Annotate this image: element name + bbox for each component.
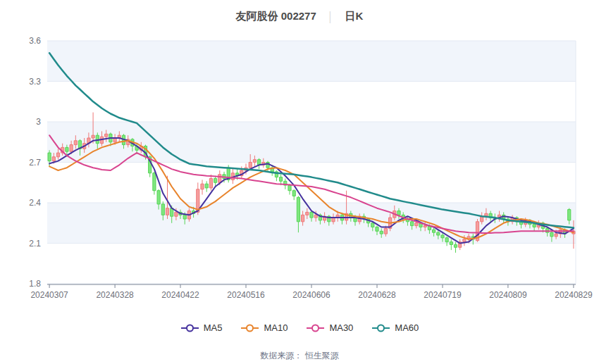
y-tick-label: 3.6: [29, 36, 41, 46]
x-tick-label: 20240829: [555, 290, 593, 300]
x-axis: 2024030720240328202404222024051620240606…: [30, 284, 593, 300]
x-tick-label: 20240516: [227, 290, 265, 300]
legend-label: MA10: [264, 322, 288, 333]
x-tick-label: 20240606: [292, 290, 331, 300]
split-band: [47, 41, 576, 82]
legend-label: MA30: [329, 322, 353, 333]
ma30-legend-marker: [306, 323, 325, 333]
y-tick-label: 2.4: [29, 198, 41, 208]
y-tick-label: 2.7: [29, 158, 41, 168]
legend-label: MA60: [395, 322, 419, 333]
legend-item-ma60[interactable]: MA60: [371, 322, 419, 333]
ma-legend: MA5MA10MA30MA60: [0, 322, 599, 333]
y-tick-label: 2.1: [29, 239, 41, 249]
y-tick-label: 1.8: [29, 279, 41, 289]
legend-item-ma30[interactable]: MA30: [306, 322, 353, 333]
y-tick-label: 3.3: [29, 77, 41, 87]
legend-item-ma5[interactable]: MA5: [180, 322, 223, 333]
legend-label: MA5: [204, 322, 223, 333]
kline-chart[interactable]: 3.63.332.72.42.11.8202403072024032820240…: [0, 0, 599, 364]
ma5-legend-marker: [180, 323, 199, 333]
x-tick-label: 20240307: [30, 290, 68, 300]
x-tick-label: 20240809: [489, 290, 527, 300]
split-band: [47, 203, 576, 244]
kline-page: 友阿股份 002277 │ 日K 3.63.332.72.42.11.82024…: [0, 0, 599, 364]
legend-item-ma10[interactable]: MA10: [240, 322, 288, 333]
x-tick-label: 20240628: [358, 290, 396, 300]
ma10-legend-marker: [240, 323, 259, 333]
x-tick-label: 20240328: [96, 290, 134, 300]
data-source: 数据来源： 恒生聚源: [0, 350, 599, 362]
x-tick-label: 20240719: [424, 290, 462, 300]
x-tick-label: 20240422: [161, 290, 199, 300]
y-axis-labels: 3.63.332.72.42.11.8: [29, 36, 41, 289]
y-tick-label: 3: [36, 117, 41, 127]
ma60-legend-marker: [371, 323, 390, 333]
